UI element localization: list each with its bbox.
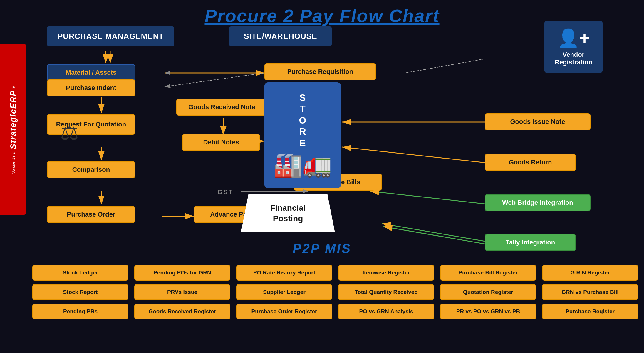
comparison-box[interactable]: Comparison bbox=[47, 161, 135, 178]
scales-icon: ⚖ bbox=[60, 121, 79, 145]
mis-supplier-ledger[interactable]: Supplier Ledger bbox=[236, 284, 332, 300]
mis-row-2: Stock Report PRVs Issue Supplier Ledger … bbox=[32, 284, 638, 300]
mis-section: Stock Ledger Pending POs for GRN PO Rate… bbox=[26, 262, 644, 353]
goods-issue-note-box[interactable]: Goods Issue Note bbox=[485, 113, 591, 130]
warehouse-icon: 🏭🚛 bbox=[273, 151, 332, 179]
mis-quotation-register[interactable]: Quotation Register bbox=[440, 284, 536, 300]
financial-posting-box[interactable]: FinancialPosting bbox=[241, 194, 335, 232]
site-warehouse-box: SITE/WAREHOUSE bbox=[229, 26, 332, 46]
svg-line-23 bbox=[382, 224, 485, 241]
mis-goods-received-register[interactable]: Goods Received Register bbox=[134, 304, 230, 319]
purchase-indent-box[interactable]: Purchase Indent bbox=[47, 79, 135, 96]
mis-purchase-register[interactable]: Purchase Register bbox=[542, 304, 638, 319]
brand-name: StrategicERP bbox=[9, 90, 18, 149]
mis-pending-prs[interactable]: Pending PRs bbox=[32, 304, 128, 319]
tally-integration-box[interactable]: Tally Integration bbox=[485, 234, 576, 251]
mis-pending-pos[interactable]: Pending POs for GRN bbox=[134, 265, 230, 281]
mis-grn-vs-purchase-bill[interactable]: GRN vs Purchase Bill bbox=[542, 284, 638, 300]
mis-pr-vs-po-vs-grn-vs-pb[interactable]: PR vs PO vs GRN vs PB bbox=[440, 304, 536, 319]
brand-sidebar: ® StrategicERP Version 18.2 bbox=[0, 44, 26, 215]
purchase-management-box: PURCHASE MANAGEMENT bbox=[47, 26, 174, 46]
mis-prvs-issue[interactable]: PRVs Issue bbox=[134, 284, 230, 300]
mis-itemwise-register[interactable]: Itemwise Register bbox=[338, 265, 434, 281]
mis-purchase-bill-register[interactable]: Purchase Bill Register bbox=[440, 265, 536, 281]
vendor-registration-box: 👤+ Vendor Registration bbox=[544, 21, 603, 73]
mis-total-qty-received[interactable]: Total Quantity Received bbox=[338, 284, 434, 300]
mis-row-3: Pending PRs Goods Received Register Purc… bbox=[32, 304, 638, 319]
store-box: S T O R E 🏭🚛 bbox=[264, 82, 341, 188]
vendor-icon: 👤+ bbox=[555, 28, 592, 49]
purchase-order-box[interactable]: Purchase Order bbox=[47, 206, 135, 223]
main-container: Procure 2 Pay Flow Chart ® StrategicERP … bbox=[0, 0, 644, 353]
store-letters: S T O R E bbox=[299, 92, 306, 149]
goods-received-note-box[interactable]: Goods Received Note bbox=[176, 99, 267, 116]
brand-version: Version 18.2 bbox=[11, 152, 16, 174]
goods-return-box[interactable]: Goods Return bbox=[485, 154, 576, 171]
svg-line-8 bbox=[405, 59, 485, 73]
debit-notes-box[interactable]: Debit Notes bbox=[182, 134, 260, 151]
mis-po-vs-grn-analysis[interactable]: PO vs GRN Analysis bbox=[338, 304, 434, 319]
svg-line-11 bbox=[165, 73, 264, 87]
svg-line-24 bbox=[383, 227, 486, 244]
vendor-registration-label: Vendor Registration bbox=[555, 51, 592, 66]
registered-mark: ® bbox=[12, 85, 15, 90]
gst-label: GST bbox=[217, 188, 233, 196]
mis-po-rate-history[interactable]: PO Rate History Report bbox=[236, 265, 332, 281]
mis-purchase-order-register[interactable]: Purchase Order Register bbox=[236, 304, 332, 319]
svg-line-22 bbox=[370, 191, 485, 204]
mis-label: P2P MIS bbox=[293, 241, 351, 256]
purchase-requisition-box[interactable]: Purchase Requisition bbox=[264, 63, 376, 80]
material-assets-box[interactable]: Material / Assets bbox=[47, 64, 135, 81]
mis-stock-ledger[interactable]: Stock Ledger bbox=[32, 265, 128, 281]
mis-grn-register[interactable]: G R N Register bbox=[542, 265, 638, 281]
svg-line-21 bbox=[342, 147, 485, 163]
financial-posting-label: FinancialPosting bbox=[270, 203, 306, 224]
mis-stock-report[interactable]: Stock Report bbox=[32, 284, 128, 300]
mis-row-1: Stock Ledger Pending POs for GRN PO Rate… bbox=[32, 265, 638, 281]
web-bridge-integration-box[interactable]: Web Bridge Integration bbox=[485, 194, 591, 211]
